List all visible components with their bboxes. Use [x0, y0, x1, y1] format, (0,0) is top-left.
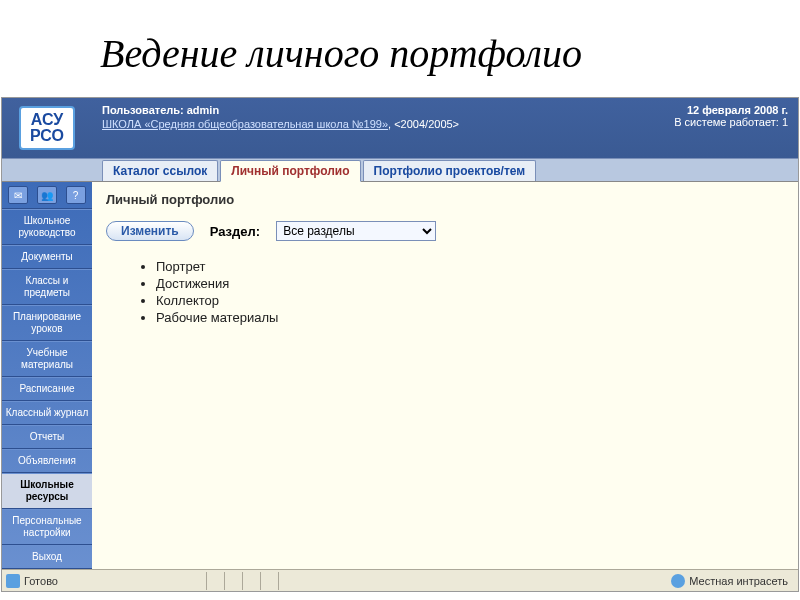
list-item[interactable]: Рабочие материалы	[156, 310, 784, 325]
users-icon[interactable]: 👥	[37, 186, 57, 204]
user-prefix: Пользователь:	[102, 104, 187, 116]
tab-project-portfolio[interactable]: Портфолио проектов/тем	[363, 160, 537, 181]
sidebar-item-class-journal[interactable]: Классный журнал	[2, 401, 92, 425]
section-label: Раздел:	[210, 224, 260, 239]
sidebar-item-schedule[interactable]: Расписание	[2, 377, 92, 401]
list-item[interactable]: Портрет	[156, 259, 784, 274]
control-row: Изменить Раздел: Все разделы	[106, 221, 784, 241]
school-link[interactable]: ШКОЛА «Средняя общеобразовательная школа…	[102, 118, 388, 130]
sidebar-item-school-management[interactable]: Школьное руководство	[2, 209, 92, 245]
online-count: 1	[782, 116, 788, 128]
status-cell	[206, 572, 224, 590]
status-cell	[224, 572, 242, 590]
status-mid	[206, 572, 671, 590]
online-label: В системе работает:	[674, 116, 782, 128]
sidebar-item-announcements[interactable]: Объявления	[2, 449, 92, 473]
status-right: Местная интрасеть	[671, 574, 794, 588]
sidebar-item-lesson-planning[interactable]: Планирование уроков	[2, 305, 92, 341]
sidebar: ✉ 👥 ? Школьное руководство Документы Кла…	[2, 182, 92, 569]
status-cell	[260, 572, 278, 590]
header-right: 12 февраля 2008 г. В системе работает: 1	[664, 98, 798, 158]
header-bar: АСУ РСО Пользователь: admin ШКОЛА «Средн…	[2, 98, 798, 158]
sidebar-item-documents[interactable]: Документы	[2, 245, 92, 269]
body-row: ✉ 👥 ? Школьное руководство Документы Кла…	[2, 182, 798, 569]
logo-box: АСУ РСО	[2, 98, 92, 158]
sidebar-item-personal-settings[interactable]: Персональные настройки	[2, 509, 92, 545]
tab-personal-portfolio[interactable]: Личный портфолио	[220, 160, 360, 182]
ie-icon	[6, 574, 20, 588]
list-item[interactable]: Достижения	[156, 276, 784, 291]
content-area: Личный портфолио Изменить Раздел: Все ра…	[92, 182, 798, 569]
current-date: 12 февраля 2008 г.	[674, 104, 788, 116]
section-select[interactable]: Все разделы	[276, 221, 436, 241]
slide-title: Ведение личного портфолио	[0, 0, 800, 97]
status-left: Готово	[6, 574, 206, 588]
intranet-icon	[671, 574, 685, 588]
edit-button[interactable]: Изменить	[106, 221, 194, 241]
sidebar-item-school-resources[interactable]: Школьные ресурсы	[2, 473, 92, 509]
sidebar-item-classes[interactable]: Классы и предметы	[2, 269, 92, 305]
content-heading: Личный портфолио	[106, 192, 784, 207]
portfolio-list: Портрет Достижения Коллектор Рабочие мат…	[156, 259, 784, 325]
tab-catalog[interactable]: Каталог ссылок	[102, 160, 218, 181]
help-icon[interactable]: ?	[66, 186, 86, 204]
status-bar: Готово Местная интрасеть	[2, 569, 798, 591]
list-item[interactable]: Коллектор	[156, 293, 784, 308]
sidebar-item-materials[interactable]: Учебные материалы	[2, 341, 92, 377]
app-window: АСУ РСО Пользователь: admin ШКОЛА «Средн…	[1, 97, 799, 592]
logo-text-top: АСУ	[31, 112, 63, 128]
school-year: , <2004/2005>	[388, 118, 459, 130]
tab-bar: Каталог ссылок Личный портфолио Портфоли…	[2, 158, 798, 182]
zone-text: Местная интрасеть	[689, 575, 788, 587]
logo-text-bottom: РСО	[30, 128, 64, 144]
status-text: Готово	[24, 575, 58, 587]
header-info: Пользователь: admin ШКОЛА «Средняя общео…	[92, 98, 664, 158]
status-cell	[242, 572, 260, 590]
sidebar-item-reports[interactable]: Отчеты	[2, 425, 92, 449]
sidebar-item-exit[interactable]: Выход	[2, 545, 92, 569]
sidebar-icon-row: ✉ 👥 ?	[2, 182, 92, 209]
logo: АСУ РСО	[19, 106, 75, 150]
status-cell	[278, 572, 296, 590]
mail-icon[interactable]: ✉	[8, 186, 28, 204]
user-name: admin	[187, 104, 219, 116]
